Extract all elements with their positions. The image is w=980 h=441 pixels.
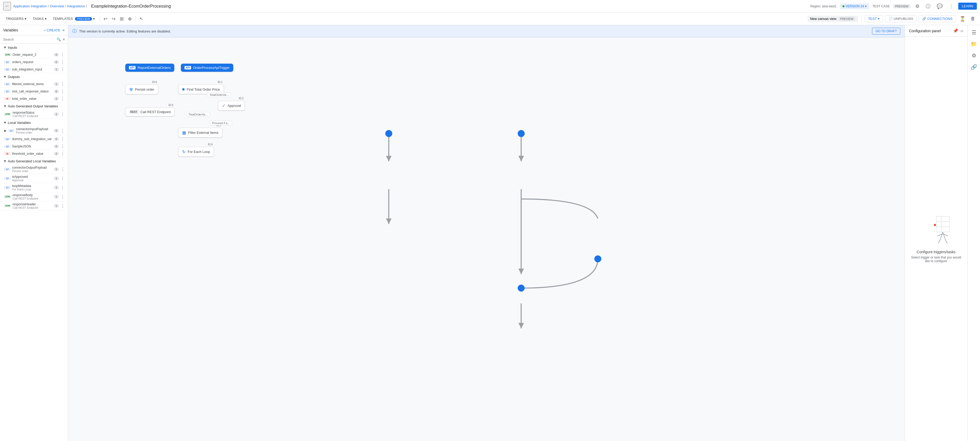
var-menu-button[interactable]: ⋮ xyxy=(60,81,65,86)
var-sub: Call REST Endpoint xyxy=(13,114,52,117)
node-persist-order[interactable]: ID:6 ☢ Persist order xyxy=(125,84,158,94)
local-variables-section-header[interactable]: ▼ Local Variables xyxy=(0,119,68,126)
integration-title: ExampleIntegration-EcomOrderProcessing xyxy=(91,4,171,9)
node-id: ID:2 xyxy=(239,97,243,100)
nav-button-2[interactable]: 📁 xyxy=(969,39,979,49)
back-button[interactable]: ← xyxy=(3,2,11,11)
flow-area[interactable]: API ReportExternalOrders API OrderProces… xyxy=(68,38,905,441)
var-menu-button[interactable]: ⋮ xyxy=(60,89,65,94)
node-order-process-trigger[interactable]: API OrderProcessApiTrigger xyxy=(181,63,233,72)
go-to-draft-button[interactable]: GO TO DRAFT xyxy=(872,28,900,35)
more-options-button[interactable]: ⋮ xyxy=(947,2,955,10)
type-badge: STR xyxy=(4,53,11,56)
config-close-button[interactable]: ›› xyxy=(960,29,963,33)
var-count: 2 xyxy=(54,97,59,101)
connections-icon: 🔗 xyxy=(922,17,926,21)
config-message-title: Configure triggers/tasks xyxy=(917,250,956,254)
tasks-button[interactable]: TASKS ▾ xyxy=(30,15,49,22)
api-icon: API xyxy=(129,66,135,70)
node-filter-external-items[interactable]: ID:3 ▦ Filter External Items xyxy=(178,128,223,138)
auto-output-label: Auto Generated Output Variables xyxy=(8,104,58,108)
config-body: Configure triggers/tasks Select trigger … xyxy=(905,36,967,441)
test-button[interactable]: TEST ▾ xyxy=(865,15,883,22)
settings-button[interactable]: ⚙ xyxy=(914,2,921,10)
region-label: Region: asia-east1 xyxy=(810,5,837,8)
var-sub: Call REST Endpoint xyxy=(13,197,52,200)
inputs-section-header[interactable]: ▼ Inputs xyxy=(0,44,68,51)
sort-button[interactable]: ≡ xyxy=(63,38,65,41)
var-name: loopMetadata xyxy=(12,184,52,188)
var-menu-button[interactable]: ⋮ xyxy=(60,167,65,172)
var-menu-button[interactable]: ⋮ xyxy=(60,112,65,117)
var-menu-button[interactable]: ⋮ xyxy=(60,128,65,133)
config-header: Configuration panel 📌 ›› xyxy=(905,25,967,36)
config-pin-button[interactable]: 📌 xyxy=(953,28,958,33)
unpublish-button[interactable]: 📄 UNPUBLISH xyxy=(885,15,916,22)
nav-button-1[interactable]: ☰ xyxy=(969,27,978,38)
outputs-section-header[interactable]: ▼ Outputs xyxy=(0,73,68,80)
breadcrumb-integrations[interactable]: Integrations xyxy=(67,4,85,8)
breadcrumb-app-integration[interactable]: Application Integration xyxy=(13,4,47,8)
var-sub: For Each Loop xyxy=(12,188,52,191)
redo-button[interactable]: ↪ xyxy=(110,15,117,23)
nav-button-3[interactable]: ⚙ xyxy=(969,50,978,61)
type-badge: STR xyxy=(4,204,11,208)
templates-label: TEMPLATES xyxy=(53,17,73,21)
var-menu-button[interactable]: ⋮ xyxy=(60,136,65,141)
inputs-section: ▼ Inputs STR Order_request_2 0 ⋮ LI orde… xyxy=(0,44,68,73)
unpublish-label: UNPUBLISH xyxy=(894,17,913,21)
var-count: 1 xyxy=(54,68,59,71)
create-variable-button[interactable]: + CREATE xyxy=(44,28,60,32)
variables-header: Variables + CREATE « xyxy=(0,25,68,35)
triggers-button[interactable]: TRIGGERS ▾ xyxy=(3,15,29,22)
node-for-each-loop[interactable]: ID:4 ↻ For Each Loop xyxy=(178,147,214,157)
zoom-button[interactable]: ⊕ xyxy=(126,15,134,23)
node-call-rest-endpoint[interactable]: ID:5 REST Call REST Endpoint xyxy=(125,108,175,116)
canvas-toggle-button[interactable]: New canvas view PREVIEW xyxy=(808,16,858,22)
list-item: LI rest_call_response_status 0 ⋮ xyxy=(0,88,68,95)
var-count: 1 xyxy=(54,82,59,86)
delete-button[interactable]: 🗑 xyxy=(969,15,977,22)
var-menu-button[interactable]: ⋮ xyxy=(60,151,65,156)
breadcrumb-overview[interactable]: Overview xyxy=(50,4,64,8)
search-input[interactable] xyxy=(3,38,55,41)
pointer-button[interactable]: ↖ xyxy=(138,15,145,23)
auto-output-section: ▼ Auto Generated Output Variables STR re… xyxy=(0,102,68,119)
history-button[interactable]: ⏳ xyxy=(958,15,967,23)
type-badge: STR xyxy=(4,113,11,116)
auto-output-section-header[interactable]: ▼ Auto Generated Output Variables xyxy=(0,102,68,110)
list-item: LI loopMetadata For Each Loop 1 ⋮ xyxy=(0,183,68,192)
connections-button[interactable]: 🔗 CONNECTIONS xyxy=(919,15,956,22)
svg-marker-10 xyxy=(519,323,524,328)
edge-label-total-order-va-2: TotalOrderVa... xyxy=(186,112,210,117)
info-button[interactable]: ⓘ xyxy=(924,2,932,11)
search-icon-button[interactable]: 🔍 xyxy=(57,38,61,41)
comment-button[interactable]: 💬 xyxy=(935,2,944,10)
designer-canvas[interactable]: ⓘ This version is currently active. Edit… xyxy=(68,25,905,441)
list-item: LI sub_integration_input 1 ⋮ xyxy=(0,66,68,73)
var-menu-button[interactable]: ⋮ xyxy=(60,52,65,57)
layout-button[interactable]: ⊞ xyxy=(118,15,125,23)
var-menu-button[interactable]: ⋮ xyxy=(60,176,65,181)
auto-local-section-header[interactable]: ▼ Auto Generated Local Variables xyxy=(0,157,68,165)
collapse-pane-button[interactable]: « xyxy=(62,28,65,32)
toolbar-right: New canvas view PREVIEW TEST ▾ 📄 UNPUBLI… xyxy=(808,15,977,23)
node-approval[interactable]: ID:2 ✓ Approval xyxy=(218,101,245,111)
undo-button[interactable]: ↩ xyxy=(102,15,109,23)
svg-marker-7 xyxy=(519,156,524,161)
version-button[interactable]: VERSION 24 ▾ xyxy=(840,3,869,9)
var-menu-button[interactable]: ⋮ xyxy=(60,96,65,101)
variables-pane: Variables + CREATE « 🔍 ≡ ▼ Inputs STR Or… xyxy=(0,25,68,441)
var-menu-button[interactable]: ⋮ xyxy=(60,185,65,190)
var-menu-button[interactable]: ⋮ xyxy=(60,59,65,64)
var-menu-button[interactable]: ⋮ xyxy=(60,203,65,208)
var-menu-button[interactable]: ⋮ xyxy=(60,67,65,72)
triggers-label: TRIGGERS xyxy=(6,17,24,21)
templates-button[interactable]: TEMPLATES PREVIEW ▾ xyxy=(50,15,97,22)
nav-button-4[interactable]: 🔗 xyxy=(969,62,979,72)
var-menu-button[interactable]: ⋮ xyxy=(60,194,65,199)
var-menu-button[interactable]: ⋮ xyxy=(60,144,65,149)
canvas-banner: ⓘ This version is currently active. Edit… xyxy=(68,25,905,38)
node-report-external-orders[interactable]: API ReportExternalOrders xyxy=(125,63,174,72)
learn-button[interactable]: LEARN xyxy=(958,3,977,10)
